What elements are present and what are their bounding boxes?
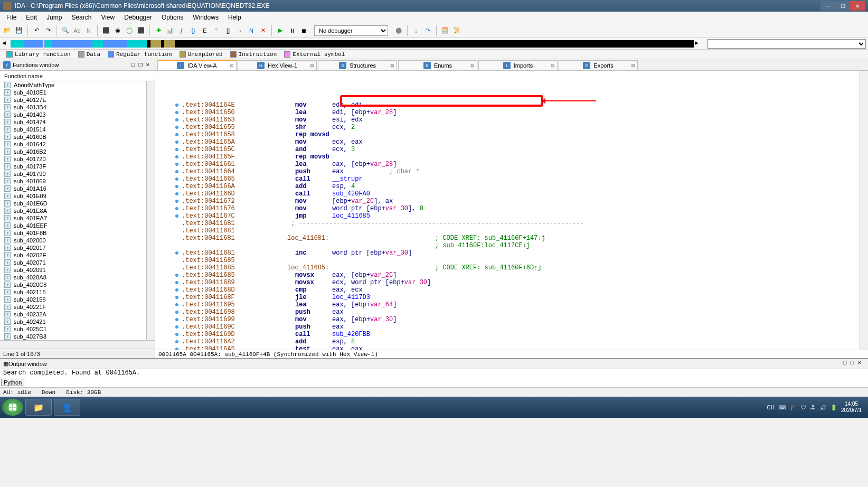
disasm-line[interactable]: .text:00411676movword ptr [ebp+var_30], …	[155, 205, 868, 212]
disasm-line[interactable]: .text:00411672mov[ebp+var_2C], ax	[155, 198, 868, 205]
tab-imports[interactable]: IImports⊠	[478, 60, 558, 70]
code-button[interactable]: ✚	[153, 25, 164, 36]
close-button[interactable]: ✕	[850, 1, 865, 11]
function-item[interactable]: fsub_4010E1	[0, 89, 155, 96]
function-item[interactable]: fsub_40160B	[0, 133, 155, 141]
disasm-line[interactable]: .text:0041167Cjmploc_411685	[155, 212, 868, 220]
disasm-line[interactable]: .text:00411655shrecx, 2	[155, 124, 868, 131]
array-button[interactable]: []	[223, 25, 233, 36]
undo-button[interactable]: ↶	[31, 25, 42, 36]
name-button[interactable]: N	[246, 25, 257, 36]
tray-clock[interactable]: 14:05 2020/7/1	[841, 401, 862, 414]
disasm-line[interactable]: .text:00411681	[155, 227, 868, 235]
breakpoint-dot[interactable]	[175, 118, 178, 121]
disasm-line[interactable]: .text:00411661leaeax, [ebp+var_28]	[155, 161, 868, 168]
function-item[interactable]: fsub_402158	[0, 296, 155, 303]
tab-close[interactable]: ⊠	[390, 63, 394, 68]
function-item[interactable]: fsub_402071	[0, 259, 155, 266]
tray-keyboard-icon[interactable]: ⌨	[779, 405, 786, 410]
menu-edit[interactable]: Edit	[22, 13, 41, 22]
disasm-line[interactable]: .text:004116A2addesp, 8	[155, 338, 868, 345]
tab-close[interactable]: ⊠	[230, 63, 234, 68]
taskbar-explorer[interactable]: 📁	[25, 399, 52, 416]
tab-close[interactable]: ⊠	[470, 63, 475, 68]
panel-restore-button[interactable]: ❐	[137, 61, 144, 69]
output-close-button[interactable]: ✕	[857, 360, 865, 368]
maximize-button[interactable]: ☐	[835, 1, 850, 11]
enum-button[interactable]: E	[200, 25, 210, 36]
script-button[interactable]: 📜	[451, 25, 462, 36]
breakpoint-dot[interactable]	[175, 200, 178, 203]
function-item[interactable]: fsub_40173F	[0, 163, 155, 170]
function-item[interactable]: fsub_40127E	[0, 96, 155, 104]
function-item[interactable]: fsub_402091	[0, 266, 155, 274]
function-item[interactable]: fsub_401EEF	[0, 222, 155, 229]
tab-enums[interactable]: EEnums⊠	[398, 60, 477, 70]
breakpoint-dot[interactable]	[175, 288, 178, 292]
breakpoint-dot[interactable]	[175, 281, 178, 284]
function-item[interactable]: fsub_401720	[0, 155, 155, 163]
breakpoint-dot[interactable]	[175, 274, 178, 277]
disasm-line[interactable]: .text:004116A5testeax, eax	[155, 345, 868, 350]
disasm-line[interactable]: .text:0041168Dcmpeax, ecx	[155, 286, 868, 294]
graph-button[interactable]: ⬛	[101, 25, 111, 36]
function-item[interactable]: fsub_401869	[0, 177, 155, 185]
breakpoint-dot[interactable]	[175, 318, 178, 321]
redo-button[interactable]: ↷	[43, 25, 53, 36]
open-button[interactable]: 📂	[2, 25, 13, 36]
stop-button[interactable]: ⬛	[136, 25, 146, 36]
tab-close[interactable]: ⊠	[310, 63, 314, 68]
disasm-view[interactable]: .text:0041164Emovedx, edi.text:00411650l…	[155, 71, 868, 350]
function-item[interactable]: fsub_40221F	[0, 303, 155, 311]
panel-close-button[interactable]: ✕	[144, 61, 152, 69]
python-console[interactable]: Python	[0, 378, 868, 387]
nav-map[interactable]	[11, 40, 694, 48]
tab-close[interactable]: ⊠	[631, 63, 635, 68]
tray-lang[interactable]: CH	[767, 405, 775, 410]
function-item[interactable]: fsub_4013B4	[0, 104, 155, 111]
pause-button[interactable]: ⏸	[287, 25, 297, 36]
tray-network-icon[interactable]: 🖧	[810, 405, 816, 410]
data-button[interactable]: 📊	[165, 25, 175, 36]
bp-button[interactable]: ⬤	[393, 25, 404, 36]
flow-button[interactable]: ◉	[112, 25, 123, 36]
function-item[interactable]: fsub_402421	[0, 318, 155, 325]
system-tray[interactable]: CH ⌨ 🏴 🛡 🖧 🔊 🔋 14:05 2020/7/1	[767, 401, 866, 414]
menu-view[interactable]: View	[97, 13, 119, 22]
function-item[interactable]: fsub_4025C1	[0, 325, 155, 333]
functions-scrollbar-h[interactable]	[0, 340, 155, 349]
disasm-line[interactable]: .text:0041169Cpusheax	[155, 323, 868, 331]
disasm-line[interactable]: .text:00411698pusheax	[155, 308, 868, 316]
func-button[interactable]: ƒ	[176, 25, 187, 36]
output-restore-button[interactable]: ❐	[850, 360, 857, 368]
breakpoint-dot[interactable]	[175, 141, 178, 144]
breakpoint-dot[interactable]	[175, 325, 178, 329]
breakpoint-dot[interactable]	[175, 207, 178, 210]
tab-structures[interactable]: SStructures⊠	[318, 60, 397, 70]
search-button[interactable]: 🔍	[60, 25, 71, 36]
delete-button[interactable]: ✕	[258, 25, 268, 36]
run-button[interactable]: ▶	[275, 25, 286, 36]
breakpoint-dot[interactable]	[175, 333, 178, 336]
menu-debugger[interactable]: Debugger	[120, 13, 156, 22]
menu-options[interactable]: Options	[157, 13, 187, 22]
disasm-line[interactable]: .text:00411689movsxecx, word ptr [ebp+va…	[155, 279, 868, 286]
breakpoint-dot[interactable]	[175, 340, 178, 343]
function-item[interactable]: fsub_40232A	[0, 311, 155, 318]
string-button[interactable]: "	[211, 25, 222, 36]
tab-exports[interactable]: EExports⊠	[559, 60, 638, 70]
function-item[interactable]: fsub_402017	[0, 244, 155, 251]
disasm-line[interactable]: .text:00411685 loc_411685:; CODE XREF: s…	[155, 264, 868, 271]
breakpoint-dot[interactable]	[175, 126, 178, 129]
disasm-line[interactable]: .text:00411681 ; -----------------------…	[155, 220, 868, 227]
disasm-line[interactable]: ; sub_41160F:loc_4117CE↓j	[155, 242, 868, 249]
offset-button[interactable]: →	[234, 25, 245, 36]
function-item[interactable]: fsub_401E6D	[0, 200, 155, 207]
disasm-line[interactable]: .text:00411681 loc_411681:; CODE XREF: s…	[155, 235, 868, 242]
function-item[interactable]: fsub_401474	[0, 118, 155, 126]
tray-sound-icon[interactable]: 🔊	[820, 405, 826, 410]
menu-file[interactable]: File	[2, 13, 21, 22]
function-item[interactable]: fAboutMathType	[0, 81, 155, 89]
stop2-button[interactable]: ⏹	[298, 25, 309, 36]
disasm-line[interactable]: .text:00411695leaeax, [ebp+var_64]	[155, 301, 868, 308]
